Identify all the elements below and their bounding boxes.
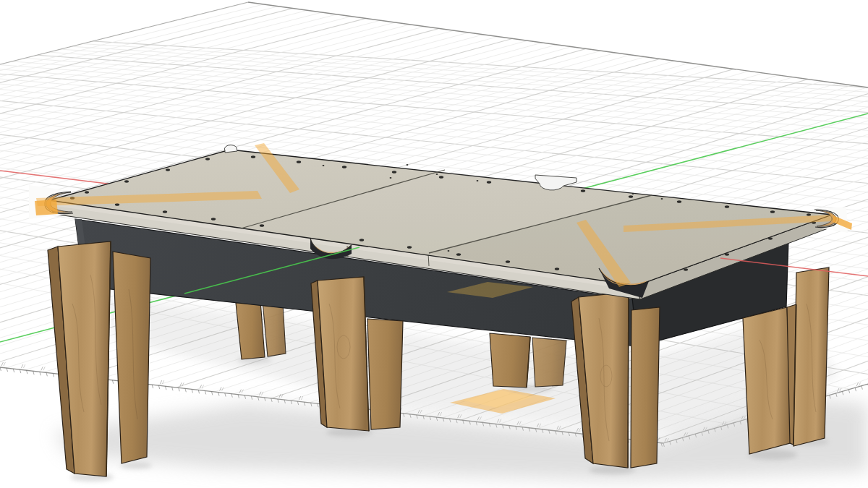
table-leg-rear-left[interactable] — [236, 301, 286, 359]
table-leg-front-right[interactable] — [571, 292, 660, 468]
cad-viewport[interactable] — [0, 0, 868, 488]
